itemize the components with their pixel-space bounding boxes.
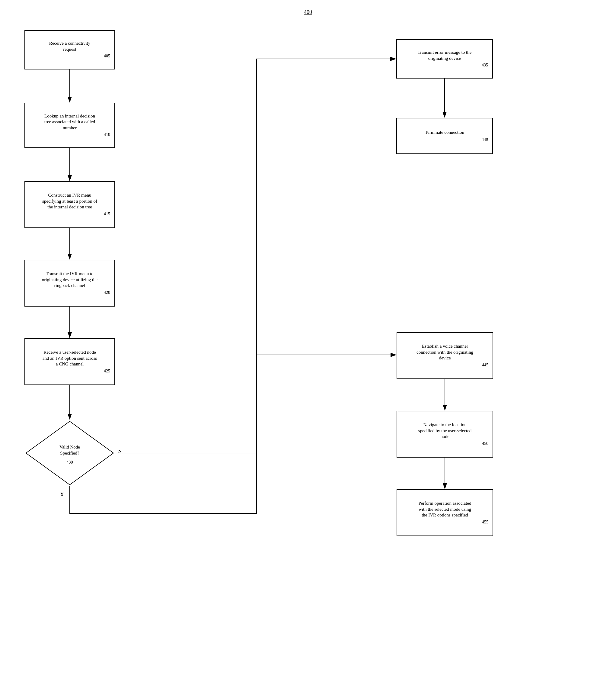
box-425-number: 425 xyxy=(104,368,110,374)
diamond-430: Valid Node Specified? 430 xyxy=(25,420,115,486)
box-415-label: Construct an IVR menuspecifying at least… xyxy=(42,192,97,210)
box-450-number: 450 xyxy=(482,441,488,446)
svg-text:430: 430 xyxy=(67,460,73,464)
box-455-number: 455 xyxy=(482,519,488,525)
box-445-label: Establish a voice channelconnection with… xyxy=(416,344,473,361)
box-440-number: 440 xyxy=(482,137,488,142)
box-410-number: 410 xyxy=(104,132,110,137)
svg-text:Valid Node: Valid Node xyxy=(59,445,80,449)
svg-text:Specified?: Specified? xyxy=(60,451,80,456)
box-445-number: 445 xyxy=(482,362,488,368)
box-420: Transmit the IVR menu tooriginating devi… xyxy=(25,260,115,307)
box-425: Receive a user-selected nodeand an IVR o… xyxy=(25,338,115,385)
box-435: Transmit error message to theoriginating… xyxy=(396,39,493,79)
box-455-label: Perform operation associatedwith the sel… xyxy=(419,501,471,518)
box-445: Establish a voice channelconnection with… xyxy=(397,332,493,379)
box-435-number: 435 xyxy=(482,62,488,68)
box-405-number: 405 xyxy=(104,54,110,59)
box-435-label: Transmit error message to theoriginating… xyxy=(418,50,472,61)
box-440: Terminate connection 440 xyxy=(396,118,493,154)
box-455: Perform operation associatedwith the sel… xyxy=(397,489,493,536)
box-410-label: Lookup an internal decisiontree associat… xyxy=(44,113,95,131)
diamond-430-shape: Valid Node Specified? 430 xyxy=(25,420,115,486)
box-415: Construct an IVR menuspecifying at least… xyxy=(25,181,115,228)
box-450: Navigate to the locationspecified by the… xyxy=(397,411,493,458)
box-420-label: Transmit the IVR menu tooriginating devi… xyxy=(42,271,98,289)
box-440-label: Terminate connection xyxy=(425,129,464,136)
box-420-number: 420 xyxy=(104,290,110,295)
flowchart-diagram: 400 Receive a connectivity xyxy=(0,0,616,698)
box-405: Receive a connectivityrequest 405 xyxy=(25,30,115,69)
box-425-label: Receive a user-selected nodeand an IVR o… xyxy=(43,349,97,367)
diagram-title: 400 xyxy=(304,9,312,15)
arrow-label-n: N xyxy=(118,449,121,454)
box-450-label: Navigate to the locationspecified by the… xyxy=(418,422,472,440)
box-405-label: Receive a connectivityrequest xyxy=(49,41,90,52)
box-410: Lookup an internal decisiontree associat… xyxy=(25,103,115,148)
box-415-number: 415 xyxy=(104,211,110,217)
arrow-label-y: Y xyxy=(60,492,64,497)
